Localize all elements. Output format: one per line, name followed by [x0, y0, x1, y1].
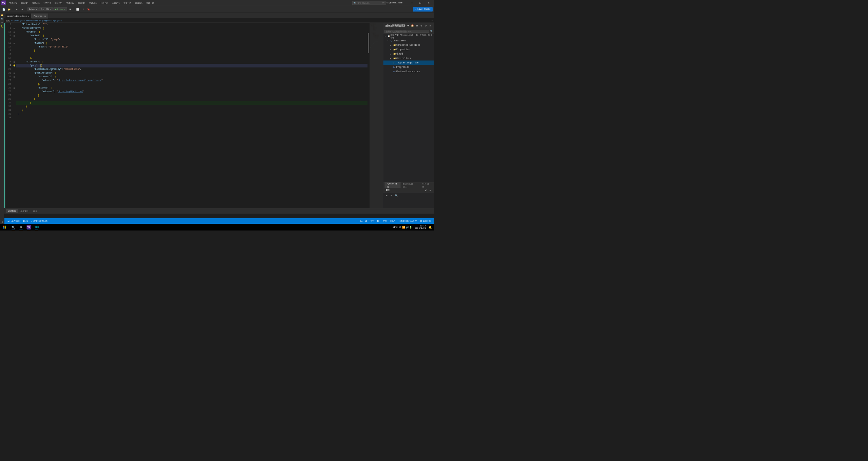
- toolbar-open[interactable]: 📁: [7, 7, 12, 12]
- link-github[interactable]: https://github.com/: [58, 90, 83, 94]
- filter-icon[interactable]: ⊞: [415, 24, 419, 27]
- command-tab[interactable]: 命令窗口: [18, 209, 31, 213]
- sidebar-item-properties[interactable]: ▶ 📁 Properties: [383, 47, 434, 52]
- activity-search[interactable]: 🔍: [0, 17, 4, 21]
- prop-search-icon[interactable]: 🔍: [394, 194, 398, 198]
- live-share-button[interactable]: ↗ Live Share: [413, 7, 433, 12]
- solution-label: 解决方案 'ConsoleWeb' (1 个项目，共 1 个): [391, 34, 433, 39]
- notification-icon[interactable]: 🔔: [428, 225, 433, 229]
- issues-status[interactable]: ✓ 未找到相关问题: [30, 220, 49, 223]
- menu-analyze[interactable]: 分析(N): [99, 1, 110, 5]
- line-status[interactable]: 行: 19: [359, 220, 368, 223]
- activity-explorer[interactable]: 📂: [0, 14, 4, 17]
- push-status[interactable]: ↑ 添加到源代码管理: [397, 220, 418, 223]
- tab-bar: appsettings.json ✕ Program.cs: [4, 13, 434, 19]
- toolbar-bookmark[interactable]: 🔖: [86, 7, 91, 12]
- title-search[interactable]: 🔍 (Ctrl+Q): [352, 1, 386, 5]
- activity-settings[interactable]: ⚙: [0, 220, 4, 224]
- solution-node[interactable]: ▾ 📋 解决方案 'ConsoleWeb' (1 个项目，共 1 个): [383, 34, 434, 39]
- toolbar-redo[interactable]: ↪: [20, 7, 25, 12]
- search-input[interactable]: [357, 2, 381, 4]
- properties-maximize-icon[interactable]: ⤢: [424, 188, 428, 192]
- properties-panel: 属性 ⤢ ✕ ⊞ ≡ 🔍: [383, 188, 434, 208]
- line-ending-status[interactable]: CRLF: [389, 220, 396, 222]
- sidebar-item-program[interactable]: ▶ C# Program.cs: [383, 65, 434, 69]
- maximize-panel-icon[interactable]: ⤢: [424, 24, 428, 27]
- toolbar-undo[interactable]: ↩: [15, 7, 19, 12]
- menu-edit[interactable]: 编辑(E): [19, 1, 30, 5]
- chevron-down-icon: ▾: [36, 8, 37, 11]
- toolbar-step[interactable]: ↓: [81, 7, 86, 12]
- sidebar-item-dependencies[interactable]: ▶ 📁 依赖项: [383, 52, 434, 56]
- taskbar-clock[interactable]: 19:17 2023/1/21: [414, 225, 427, 229]
- settings-icon[interactable]: ⚙: [419, 24, 423, 27]
- toolbar-breakpoint[interactable]: ⬜: [75, 7, 80, 12]
- code-line-15: }: [16, 49, 368, 53]
- code-line-21: "Destinations": {: [16, 71, 368, 75]
- run-button[interactable]: ▶ https ▾: [53, 7, 67, 12]
- minimize-button[interactable]: ─: [408, 1, 416, 5]
- source-control-status[interactable]: ☁ 已保存的项: [6, 220, 21, 223]
- menu-tools[interactable]: 工具(T): [110, 1, 121, 5]
- menu-test[interactable]: 测试(S): [87, 1, 98, 5]
- toolbar-new[interactable]: 📄: [1, 7, 6, 12]
- window-controls: ─ □ ✕: [408, 1, 433, 5]
- char-status[interactable]: 字符: 16: [370, 220, 380, 223]
- sound-icon[interactable]: 🔊: [406, 226, 409, 229]
- sidebar-item-controllers[interactable]: ▶ 📁 Controllers: [383, 56, 434, 61]
- schema-url[interactable]: https://json.schemastore.org/appsettings…: [11, 20, 62, 22]
- toolbar-stop[interactable]: ■: [68, 7, 73, 12]
- taskbar-search[interactable]: 🔍: [10, 224, 17, 230]
- menu-view[interactable]: 视图(O): [31, 1, 42, 5]
- code-line-33: [16, 116, 368, 120]
- toolbar-separator-2: [26, 7, 26, 11]
- maximize-button[interactable]: □: [416, 1, 424, 5]
- code-line-32: }: [16, 112, 368, 116]
- menu-window[interactable]: 窗口(W): [133, 1, 145, 5]
- taskbar-tox[interactable]: tox: [33, 224, 40, 230]
- properties-close-icon[interactable]: ✕: [428, 188, 432, 192]
- properties-label: Properties: [396, 48, 410, 51]
- sidebar-item-appsettings[interactable]: ▶ { } appsettings.json: [383, 61, 434, 65]
- prop-category-icon[interactable]: ⊞: [385, 194, 389, 198]
- menu-extensions[interactable]: 扩展(X): [122, 1, 133, 5]
- battery-icon[interactable]: 🔋: [409, 226, 412, 229]
- repo-status[interactable]: 🗄 选择仓库: [419, 220, 432, 223]
- prop-sort-icon[interactable]: ≡: [390, 194, 394, 198]
- output-tab[interactable]: 输出: [31, 209, 39, 213]
- sidebar-search-input[interactable]: [385, 30, 429, 33]
- errors-tab[interactable]: 错误列表: [6, 209, 18, 213]
- link-microsoft[interactable]: https://docs.microsoft.com/zh-cn/: [58, 79, 101, 82]
- zoom-status[interactable]: 161%: [22, 220, 29, 222]
- schema-expand-icon[interactable]: ▾: [432, 20, 433, 22]
- taskbar-taskview[interactable]: ⊞: [17, 224, 25, 230]
- sidebar-item-weatherforecast[interactable]: ▶ C# WeatherForecast.cs: [383, 69, 434, 74]
- menu-help[interactable]: 帮助(H): [145, 1, 156, 5]
- schema-bar: 架构: https://json.schemastore.org/appsett…: [4, 19, 434, 23]
- code-line-23: "Address": "https://docs.microsoft.com/z…: [16, 79, 368, 82]
- cpu-config-dropdown[interactable]: Any CPU ▾: [39, 7, 53, 12]
- scrollbar-thumb[interactable]: [368, 33, 369, 53]
- start-button[interactable]: [1, 224, 7, 230]
- close-panel-icon[interactable]: ✕: [428, 24, 432, 27]
- tab-appsettings[interactable]: appsettings.json ✕: [5, 14, 32, 19]
- code-content[interactable]: "AllowedHosts": "*", "ReverseProxy": { "…: [16, 23, 368, 208]
- activity-debug[interactable]: 🐛: [0, 25, 4, 28]
- menu-project[interactable]: 项目(P): [53, 1, 64, 5]
- close-button[interactable]: ✕: [425, 1, 433, 5]
- home-icon[interactable]: 🏠: [411, 24, 414, 27]
- sync-icon[interactable]: ⟳: [406, 24, 410, 27]
- tab-close-icon[interactable]: ✕: [28, 15, 29, 18]
- spaces-status[interactable]: 空格: [382, 220, 388, 223]
- menu-git[interactable]: Git(G): [42, 1, 53, 5]
- network-icon[interactable]: 📶: [402, 226, 405, 229]
- menu-build[interactable]: 生成(B): [64, 1, 76, 5]
- activity-git[interactable]: ⑂: [0, 21, 4, 24]
- taskbar-vs[interactable]: VS: [25, 224, 33, 230]
- expand-arrow-icon: ▶: [390, 48, 393, 51]
- tab-program[interactable]: Program.cs: [32, 14, 48, 19]
- menu-debug[interactable]: 调试(D): [76, 1, 87, 5]
- menu-file[interactable]: 文件(F): [7, 1, 19, 5]
- debug-config-dropdown[interactable]: Debug ▾: [27, 7, 39, 12]
- sidebar-item-connected-services[interactable]: ▶ 📁 Connected Services: [383, 43, 434, 47]
